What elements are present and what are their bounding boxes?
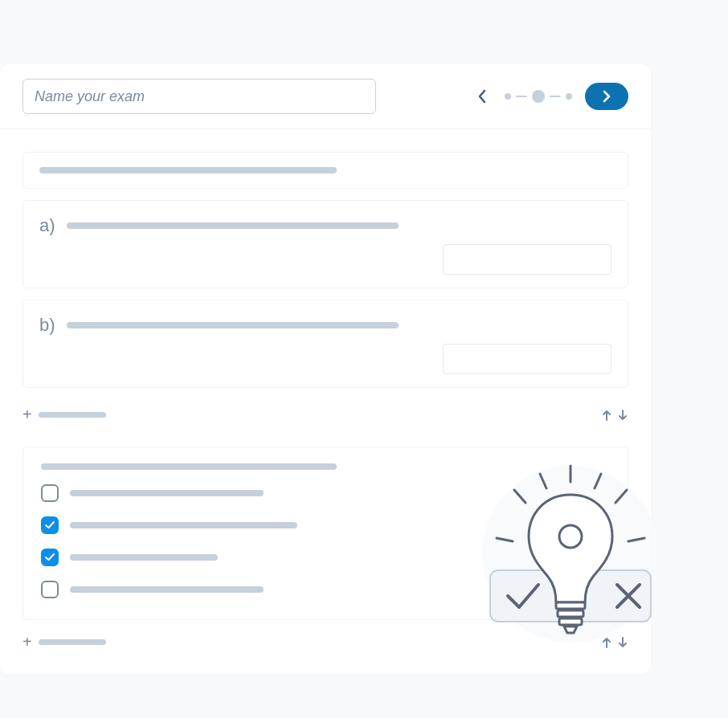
arrow-up-icon bbox=[601, 636, 612, 649]
mc-title-placeholder bbox=[41, 463, 337, 470]
answer-block-a[interactable]: a) bbox=[22, 200, 628, 288]
step-nav bbox=[472, 83, 628, 110]
mc-checkbox[interactable] bbox=[41, 484, 59, 502]
question-title-placeholder bbox=[39, 167, 337, 173]
answer-score-input[interactable] bbox=[443, 344, 611, 374]
progress-dash bbox=[550, 96, 561, 97]
question-toolbar: + bbox=[22, 620, 628, 674]
mc-option bbox=[41, 549, 610, 566]
add-label-placeholder bbox=[39, 639, 106, 645]
progress-indicator bbox=[505, 90, 572, 103]
question-toolbar: + bbox=[22, 399, 628, 447]
mc-option-placeholder bbox=[70, 586, 264, 593]
answer-block-b[interactable]: b) bbox=[22, 300, 628, 388]
multiple-choice-block[interactable] bbox=[22, 447, 628, 620]
answer-label-a: a) bbox=[39, 215, 55, 236]
progress-dot bbox=[566, 93, 572, 100]
arrow-down-icon bbox=[617, 636, 628, 649]
content-area: a) b) + bbox=[0, 129, 651, 674]
question-title-block[interactable] bbox=[22, 152, 628, 189]
arrow-down-icon bbox=[617, 409, 628, 422]
progress-dot bbox=[505, 93, 511, 100]
progress-dot-active bbox=[532, 90, 545, 103]
exam-builder-card: a) b) + bbox=[0, 64, 651, 674]
answer-label-b: b) bbox=[39, 315, 55, 336]
header-bar bbox=[0, 64, 651, 129]
plus-icon: + bbox=[22, 633, 32, 651]
progress-dash bbox=[516, 96, 527, 97]
answer-text-placeholder bbox=[67, 222, 399, 229]
chevron-left-icon bbox=[477, 89, 487, 104]
mc-option-placeholder bbox=[70, 522, 297, 528]
answer-text-placeholder bbox=[67, 322, 399, 328]
add-answer-button[interactable]: + bbox=[22, 406, 106, 424]
plus-icon: + bbox=[22, 406, 32, 424]
move-down-button[interactable] bbox=[617, 409, 628, 422]
mc-option-placeholder bbox=[70, 554, 218, 561]
add-option-button[interactable]: + bbox=[22, 633, 106, 651]
mc-option-placeholder bbox=[70, 490, 264, 496]
next-step-button[interactable] bbox=[585, 83, 628, 110]
mc-option bbox=[41, 484, 610, 502]
mc-option bbox=[41, 516, 610, 534]
mc-option bbox=[41, 581, 610, 598]
answer-score-input[interactable] bbox=[443, 244, 611, 275]
add-label-placeholder bbox=[39, 412, 106, 418]
chevron-right-icon bbox=[602, 90, 611, 103]
move-up-button[interactable] bbox=[601, 409, 612, 422]
arrow-up-icon bbox=[601, 409, 612, 422]
prev-step-button[interactable] bbox=[472, 87, 492, 106]
mc-checkbox[interactable] bbox=[41, 516, 59, 534]
mc-checkbox[interactable] bbox=[41, 549, 59, 566]
move-down-button[interactable] bbox=[617, 636, 628, 649]
move-up-button[interactable] bbox=[601, 636, 612, 649]
mc-checkbox[interactable] bbox=[41, 581, 59, 598]
exam-name-input[interactable] bbox=[22, 79, 376, 114]
